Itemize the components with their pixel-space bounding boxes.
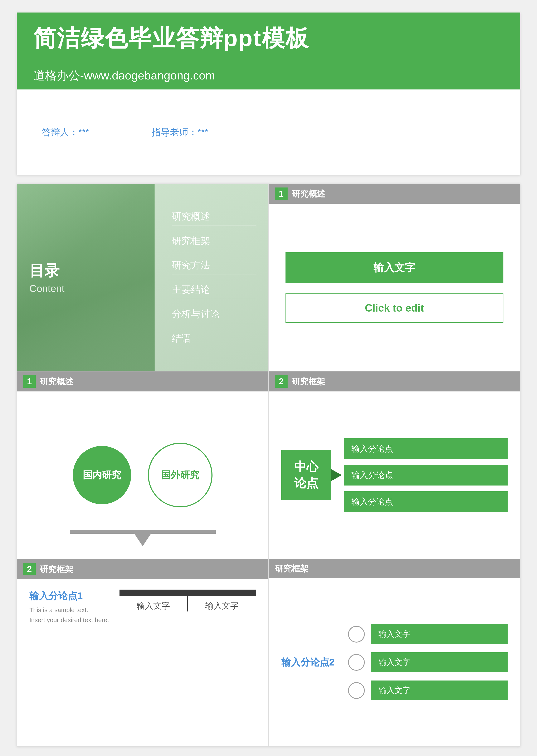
tshape-right: 输入文字 输入文字 — [119, 590, 256, 611]
row-box-2[interactable]: 输入文字 — [371, 652, 508, 672]
tshape-header: 2 研究框架 — [17, 559, 268, 579]
circles-list-body: 输入分论点2 输入文字 输入文字 输入文字 — [269, 578, 520, 746]
circle-foreign: 国外研究 — [148, 443, 213, 507]
framework-header-title: 研究框架 — [292, 376, 325, 387]
toc-item-3[interactable]: 研究方法 — [172, 256, 256, 274]
circles-header-title: 研究概述 — [40, 376, 73, 387]
t-columns: 输入文字 输入文字 — [119, 596, 256, 611]
advisor-label: 指导老师：*** — [152, 126, 208, 139]
circle-domestic: 国内研究 — [73, 446, 131, 504]
tshape-slide-number: 2 — [23, 563, 36, 575]
subtitle-text: 道格办公-www.daogebangong.com — [33, 68, 504, 84]
circles-slide-number: 1 — [23, 375, 36, 388]
points-list: 输入分论点 输入分论点 输入分论点 — [344, 439, 508, 512]
toc-item-4[interactable]: 主要结论 — [172, 281, 256, 299]
subtitle-bar: 道格办公-www.daogebangong.com — [17, 62, 520, 90]
main-title[interactable]: 简洁绿色毕业答辩ppt模板 — [33, 25, 504, 52]
circle-row-2: 输入文字 — [348, 652, 508, 672]
foreign-circle[interactable]: 国外研究 — [148, 443, 213, 507]
small-circle-2 — [348, 654, 365, 671]
slide-title: 简洁绿色毕业答辩ppt模板 道格办公-www.daogebangong.com … — [17, 13, 520, 175]
slide-overview-boxes: 1 研究概述 输入文字 Click to edit — [268, 184, 520, 371]
circles-list-label[interactable]: 输入分论点2 — [281, 656, 336, 669]
balance-triangle — [134, 534, 151, 546]
circles-rows: 输入文字 输入文字 输入文字 — [348, 624, 508, 700]
tshape-body: 输入分论点1 This is a sample text. Insert you… — [17, 579, 268, 746]
tshape-header-title: 研究框架 — [40, 564, 73, 575]
t-col-1: 输入文字 — [119, 596, 187, 611]
toc-item-5[interactable]: 分析与讨论 — [172, 305, 256, 323]
slide-framework-tshape: 2 研究框架 输入分论点1 This is a sample text. Ins… — [17, 559, 268, 747]
center-point-box[interactable]: 中心 论点 — [281, 450, 331, 500]
framework-header: 2 研究框架 — [269, 371, 520, 392]
overview-body: 输入文字 Click to edit — [269, 204, 520, 371]
small-circle-1 — [348, 626, 365, 643]
circles-header: 1 研究概述 — [17, 371, 268, 392]
input-box-1[interactable]: 输入文字 — [285, 252, 504, 283]
slide-grid: 目录 Content 研究概述 研究框架 研究方法 主要结论 分析与讨论 结语 … — [17, 184, 520, 747]
overview-header-title: 研究概述 — [292, 188, 325, 200]
t-horizontal-bar — [119, 590, 256, 596]
t-col-2-label[interactable]: 输入文字 — [205, 600, 238, 611]
sub-point-desc: This is a sample text. Insert your desir… — [29, 605, 109, 625]
toc-item-2[interactable]: 研究框架 — [172, 232, 256, 250]
row-box-3[interactable]: 输入文字 — [371, 681, 508, 700]
framework-body: 中心 论点 输入分论点 输入分论点 输入分论点 — [269, 392, 520, 559]
toc-item-6[interactable]: 结语 — [172, 329, 256, 348]
slide-toc: 目录 Content 研究概述 研究框架 研究方法 主要结论 分析与讨论 结语 — [17, 184, 268, 371]
domestic-circle[interactable]: 国内研究 — [73, 446, 131, 504]
presenter-info: 答辩人：*** 指导老师：*** — [17, 90, 520, 175]
point-3[interactable]: 输入分论点 — [344, 491, 508, 512]
framework-slide-number: 2 — [275, 375, 288, 388]
circle-row-1: 输入文字 — [348, 624, 508, 644]
presenter-label: 答辩人：*** — [42, 126, 89, 139]
tshape-left: 输入分论点1 This is a sample text. Insert you… — [29, 590, 109, 625]
sub-point-label[interactable]: 输入分论点1 — [29, 590, 109, 603]
toc-item-1[interactable]: 研究概述 — [172, 207, 256, 226]
circles-list-header: 研究框架 — [269, 559, 520, 578]
row-box-1[interactable]: 输入文字 — [371, 624, 508, 644]
t-col-2: 输入文字 — [188, 596, 256, 611]
slide-number-1: 1 — [275, 188, 288, 200]
overview-header: 1 研究概述 — [269, 184, 520, 204]
point-1[interactable]: 输入分论点 — [344, 439, 508, 459]
slide-overview-circles: 1 研究概述 国内研究 国外研究 — [17, 371, 268, 559]
toc-main-label: 目录 — [29, 261, 64, 281]
toc-image-area: 目录 Content — [17, 184, 155, 371]
toc-sub-label: Content — [29, 283, 64, 294]
small-circle-3 — [348, 682, 365, 699]
slide-framework-center: 2 研究框架 中心 论点 输入分论点 输入分论点 输入分论点 — [268, 371, 520, 559]
center-arrow-icon — [331, 469, 342, 481]
balance-beam-container — [17, 530, 268, 546]
circles-area: 国内研究 国外研究 — [17, 392, 268, 559]
toc-text-block: 目录 Content — [29, 261, 64, 294]
t-col-1-label[interactable]: 输入文字 — [137, 600, 170, 611]
circles-list-header-title: 研究框架 — [275, 563, 309, 574]
toc-list-area: 研究概述 研究框架 研究方法 主要结论 分析与讨论 结语 — [155, 184, 268, 371]
point-2[interactable]: 输入分论点 — [344, 465, 508, 485]
click-to-edit-box[interactable]: Click to edit — [285, 293, 504, 323]
title-header-block: 简洁绿色毕业答辩ppt模板 — [17, 13, 520, 62]
slide-framework-circles: 研究框架 输入分论点2 输入文字 输入文字 输入文字 — [268, 559, 520, 747]
circle-row-3: 输入文字 — [348, 681, 508, 700]
balance-beam — [70, 530, 216, 534]
